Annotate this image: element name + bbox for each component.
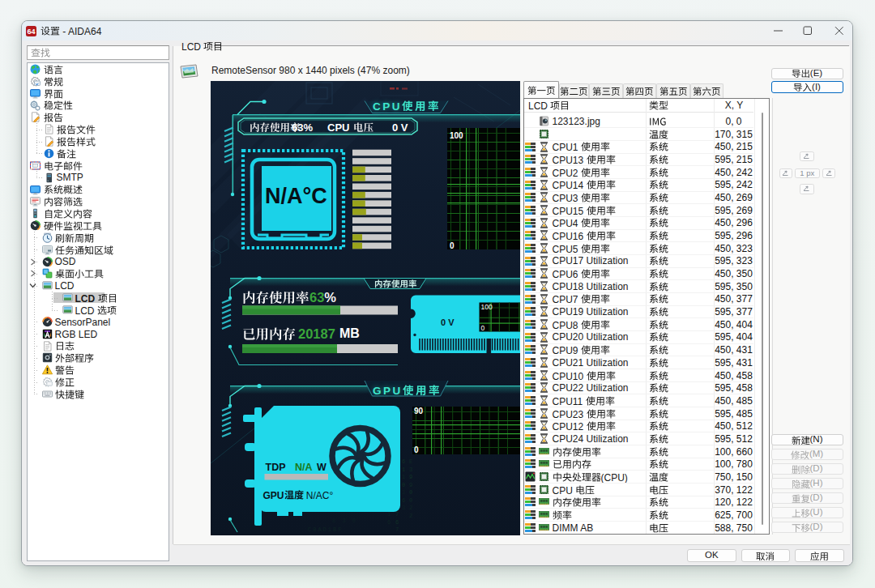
svg-text:9: 9 <box>409 482 412 488</box>
svg-text:9: 9 <box>409 474 412 480</box>
svg-text:1: 1 <box>387 511 391 518</box>
svg-text:7: 7 <box>395 526 399 533</box>
svg-text:0: 0 <box>409 497 412 504</box>
svg-text:2: 2 <box>409 505 412 511</box>
svg-text:0: 0 <box>402 482 405 488</box>
svg-text:E: E <box>409 458 412 465</box>
svg-text:6: 6 <box>387 519 391 526</box>
svg-text:6: 6 <box>402 497 405 504</box>
svg-text:C0AD1BF: C0AD1BF <box>308 526 343 533</box>
svg-text:3: 3 <box>402 489 405 496</box>
svg-text:2: 2 <box>409 513 412 519</box>
svg-text:6: 6 <box>402 458 405 465</box>
svg-text:3: 3 <box>402 505 405 511</box>
svg-text:1: 1 <box>402 467 405 473</box>
svg-text:0: 0 <box>409 489 412 496</box>
svg-text:7: 7 <box>395 511 399 518</box>
svg-text:6: 6 <box>395 519 399 526</box>
svg-text:1: 1 <box>402 474 405 480</box>
svg-text:3: 3 <box>409 467 412 473</box>
svg-text:8 3 0: 8 3 0 <box>332 518 357 524</box>
